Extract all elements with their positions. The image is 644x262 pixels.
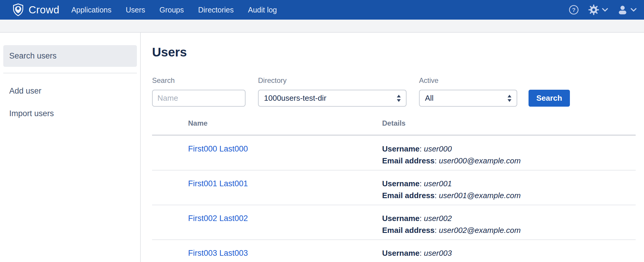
username-label: Username: [382, 214, 420, 223]
label-separator: :: [434, 226, 439, 235]
select-spinner-icon: [507, 94, 512, 103]
user-name-cell: First001 Last001: [152, 178, 382, 201]
navbar-actions: ?: [568, 4, 637, 15]
email-line: Email address: user003@example.com: [382, 259, 636, 262]
user-search-filters: Search Directory 1000users-test-dir Act: [152, 76, 636, 107]
help-button[interactable]: ?: [568, 4, 579, 15]
user-name-link[interactable]: First000 Last000: [188, 144, 248, 153]
settings-menu-button[interactable]: [588, 4, 608, 15]
select-spinner-icon: [396, 94, 402, 103]
column-header-details: Details: [382, 119, 636, 127]
label-separator: :: [420, 214, 424, 223]
username-line: Username: user003: [382, 247, 636, 259]
sidebar: Search users Add user Import users: [0, 33, 141, 262]
table-row: First001 Last001 Username: user001 Email…: [152, 171, 636, 205]
directory-select[interactable]: 1000users-test-dir: [258, 90, 407, 107]
user-name-cell: First002 Last002: [152, 212, 382, 236]
user-details-cell: Username: user000 Email address: user000…: [382, 143, 636, 167]
user-details-cell: Username: user002 Email address: user002…: [382, 212, 636, 236]
subheader-strip: [0, 20, 644, 33]
email-line: Email address: user001@example.com: [382, 190, 636, 201]
user-name-cell: First003 Last003: [152, 247, 382, 262]
table-row: First002 Last002 Username: user002 Email…: [152, 205, 636, 240]
directory-select-value: 1000users-test-dir: [264, 94, 326, 103]
username-value: user002: [424, 214, 452, 223]
email-line: Email address: user000@example.com: [382, 155, 636, 167]
username-line: Username: user000: [382, 143, 636, 155]
user-name-link[interactable]: First003 Last003: [188, 249, 248, 258]
chevron-down-icon: [630, 8, 637, 12]
email-label: Email address: [382, 261, 434, 262]
nav-item-directories[interactable]: Directories: [198, 6, 234, 14]
sidebar-item-label: Search users: [9, 51, 57, 61]
page-title: Users: [152, 45, 636, 60]
email-label: Email address: [382, 156, 434, 165]
search-label: Search: [152, 76, 246, 85]
primary-nav: Applications Users Groups Directories Au…: [71, 6, 277, 14]
table-row: First003 Last003 Username: user003 Email…: [152, 240, 636, 262]
email-line: Email address: user002@example.com: [382, 224, 636, 236]
user-name-cell: First000 Last000: [152, 143, 382, 167]
email-label: Email address: [382, 226, 434, 235]
user-avatar-icon: [617, 4, 628, 15]
user-menu-button[interactable]: [617, 4, 637, 15]
email-label: Email address: [382, 191, 434, 200]
search-button[interactable]: Search: [529, 90, 570, 107]
search-input[interactable]: [152, 90, 246, 107]
active-select[interactable]: All: [419, 90, 517, 107]
label-separator: :: [434, 261, 439, 262]
crowd-logo[interactable]: Crowd: [12, 3, 60, 17]
sidebar-divider: [3, 73, 137, 73]
label-separator: :: [420, 144, 424, 153]
active-select-value: All: [425, 94, 434, 103]
email-value: user000@example.com: [439, 156, 521, 165]
user-name-link[interactable]: First002 Last002: [188, 214, 248, 223]
user-table-body: First000 Last000 Username: user000 Email…: [152, 136, 636, 262]
user-table: Name Details First000 Last000 Username: …: [152, 119, 636, 262]
nav-item-users[interactable]: Users: [126, 6, 145, 14]
chevron-down-icon: [602, 8, 608, 12]
username-label: Username: [382, 179, 420, 188]
username-line: Username: user002: [382, 212, 636, 224]
nav-item-applications[interactable]: Applications: [71, 6, 112, 14]
label-separator: :: [420, 179, 424, 188]
main-panel: Users Search Directory 1000users-test-di…: [141, 33, 644, 262]
directory-label: Directory: [258, 76, 407, 85]
help-icon: ?: [568, 4, 579, 15]
sidebar-item-search-users[interactable]: Search users: [3, 45, 137, 67]
user-details-cell: Username: user001 Email address: user001…: [382, 178, 636, 201]
svg-text:?: ?: [572, 7, 576, 13]
nav-item-audit-log[interactable]: Audit log: [248, 6, 277, 14]
username-label: Username: [382, 249, 420, 258]
email-value: user002@example.com: [439, 226, 521, 235]
user-table-header: Name Details: [152, 119, 636, 136]
user-name-link[interactable]: First001 Last001: [188, 179, 248, 188]
sidebar-item-add-user[interactable]: Add user: [9, 86, 140, 96]
email-value: user001@example.com: [439, 191, 521, 200]
email-value: user003@example.com: [439, 261, 521, 262]
username-value: user000: [424, 144, 452, 153]
username-label: Username: [382, 144, 420, 153]
brand-name: Crowd: [29, 4, 60, 16]
shield-icon: [12, 3, 24, 17]
label-separator: :: [420, 249, 424, 258]
username-value: user003: [424, 249, 452, 258]
sidebar-item-import-users[interactable]: Import users: [9, 108, 140, 119]
app-navbar: Crowd Applications Users Groups Director…: [0, 0, 644, 20]
column-header-name: Name: [152, 119, 382, 127]
username-line: Username: user001: [382, 178, 636, 190]
nav-item-groups[interactable]: Groups: [160, 6, 184, 14]
label-separator: :: [434, 156, 439, 165]
active-label: Active: [419, 76, 517, 85]
settings-icon: [588, 4, 599, 15]
user-details-cell: Username: user003 Email address: user003…: [382, 247, 636, 262]
username-value: user001: [424, 179, 452, 188]
label-separator: :: [434, 191, 439, 200]
table-row: First000 Last000 Username: user000 Email…: [152, 136, 636, 171]
